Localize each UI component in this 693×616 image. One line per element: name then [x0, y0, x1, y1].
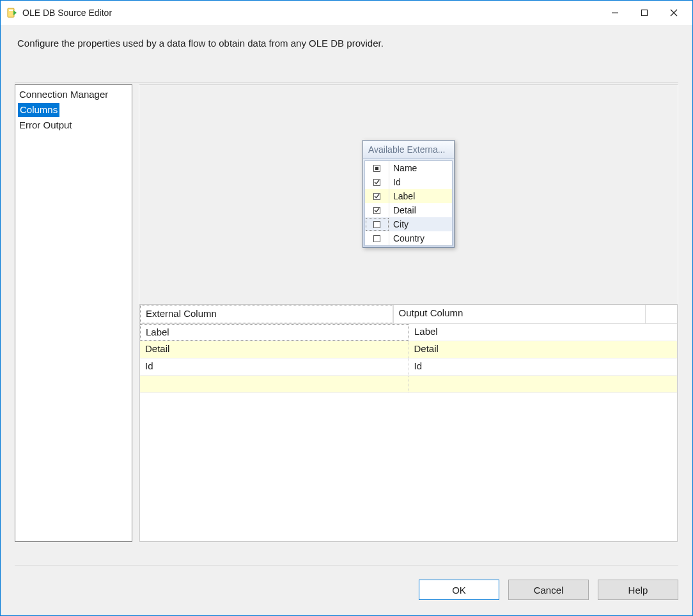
svg-rect-1: [9, 10, 13, 11]
grid-row[interactable]: Detail Detail: [140, 341, 677, 358]
grid-cell-output[interactable]: Id: [409, 358, 678, 375]
dialog-description: Configure the properties used by a data …: [1, 25, 692, 82]
checkbox-icon[interactable]: [373, 165, 380, 172]
grid-row[interactable]: [140, 376, 677, 393]
available-column-label: Label: [389, 189, 452, 203]
available-row[interactable]: Detail: [365, 203, 452, 217]
ok-button[interactable]: OK: [419, 580, 499, 600]
available-column-label: Country: [389, 231, 452, 245]
available-row[interactable]: Id: [365, 175, 452, 189]
nav-item-connection-manager[interactable]: Connection Manager: [15, 86, 132, 103]
available-name-header: Name: [389, 161, 452, 175]
column-mapping-grid: External Column Output Column Label Labe…: [139, 304, 678, 542]
maximize-button[interactable]: [630, 1, 659, 25]
close-button[interactable]: [659, 1, 689, 25]
grid-header-spacer: [645, 305, 677, 323]
grid-header-row: External Column Output Column: [140, 305, 677, 324]
checkbox-icon[interactable]: [373, 207, 380, 214]
available-row[interactable]: Country: [365, 231, 452, 245]
window: OLE DB Source Editor Configure the prope…: [0, 0, 693, 616]
available-row[interactable]: Name: [365, 161, 452, 175]
page-nav: Connection Manager Columns Error Output: [15, 84, 132, 542]
grid-row[interactable]: Id Id: [140, 358, 677, 376]
nav-item-columns[interactable]: Columns: [18, 103, 59, 117]
titlebar: OLE DB Source Editor: [1, 1, 692, 25]
checkbox-icon[interactable]: [373, 235, 380, 242]
grid-cell-external[interactable]: [140, 376, 409, 392]
help-button[interactable]: Help: [598, 580, 678, 600]
grid-cell-external[interactable]: Detail: [140, 341, 409, 358]
dialog-body: Configure the properties used by a data …: [1, 25, 692, 615]
available-column-label: Id: [389, 175, 452, 189]
available-columns-header: Available Externa...: [363, 141, 454, 159]
available-columns-list: Name Id Label: [364, 160, 453, 246]
available-column-label: City: [389, 217, 452, 231]
grid-cell-output[interactable]: Detail: [409, 341, 678, 358]
svg-rect-3: [642, 10, 648, 16]
grid-header-output[interactable]: Output Column: [393, 305, 646, 323]
available-columns-box: Available Externa... Name Id: [362, 140, 455, 248]
grid-cell-output[interactable]: [409, 376, 678, 392]
grid-cell-output[interactable]: Label: [409, 324, 677, 341]
grid-cell-external[interactable]: Id: [140, 358, 409, 375]
window-title: OLE DB Source Editor: [22, 8, 600, 18]
main-split: Connection Manager Columns Error Output …: [15, 82, 678, 556]
cancel-button[interactable]: Cancel: [508, 580, 589, 600]
grid-cell-external[interactable]: Label: [140, 324, 409, 341]
checkbox-icon[interactable]: [373, 221, 380, 228]
grid-header-external[interactable]: External Column: [140, 305, 393, 323]
window-buttons: [600, 1, 689, 25]
checkbox-icon[interactable]: [373, 193, 380, 200]
checkbox-icon[interactable]: [373, 179, 380, 186]
nav-item-error-output[interactable]: Error Output: [15, 117, 132, 134]
available-columns-area: Available Externa... Name Id: [139, 85, 678, 304]
available-row[interactable]: Label: [365, 189, 452, 203]
columns-content: Available Externa... Name Id: [139, 84, 678, 542]
minimize-button[interactable]: [600, 1, 630, 25]
available-column-label: Detail: [389, 203, 452, 217]
available-row[interactable]: City: [365, 217, 452, 231]
app-icon: [7, 8, 17, 18]
dialog-footer: OK Cancel Help: [15, 565, 678, 615]
grid-row[interactable]: Label Label: [140, 324, 677, 341]
